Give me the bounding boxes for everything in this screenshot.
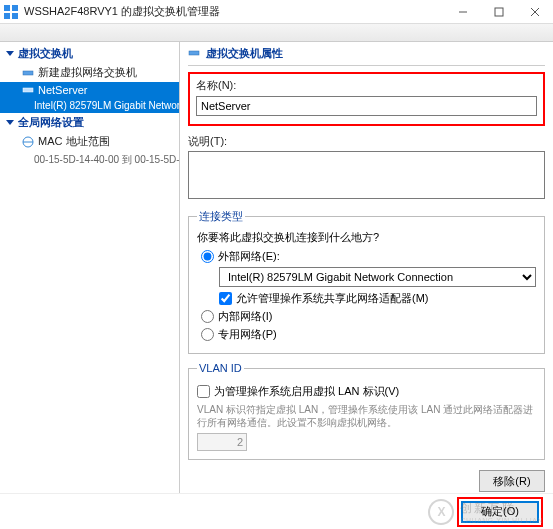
vlan-hint: VLAN 标识符指定虚拟 LAN，管理操作系统使用该 LAN 通过此网络适配器进… <box>197 403 536 429</box>
ok-button[interactable]: 确定(O) <box>461 501 539 523</box>
external-nic-select[interactable]: Intel(R) 82579LM Gigabit Network Connect… <box>219 267 536 287</box>
switch-icon <box>22 84 34 96</box>
switch-icon <box>22 67 34 79</box>
tree-item-netserver[interactable]: NetServer <box>0 82 179 98</box>
connection-type-legend: 连接类型 <box>197 209 245 224</box>
main-area: 虚拟交换机 新建虚拟网络交换机 NetServer Intel(R) 82579… <box>0 42 553 493</box>
radio-internal-label: 内部网络(I) <box>218 309 272 324</box>
minimize-button[interactable] <box>445 0 481 24</box>
section-virtual-switches[interactable]: 虚拟交换机 <box>0 44 179 63</box>
caret-icon <box>6 51 14 56</box>
section-global-settings[interactable]: 全局网络设置 <box>0 113 179 132</box>
name-highlight-box: 名称(N): <box>188 72 545 126</box>
titlebar: WSSHA2F48RVY1 的虚拟交换机管理器 <box>0 0 553 24</box>
close-button[interactable] <box>517 0 553 24</box>
maximize-button[interactable] <box>481 0 517 24</box>
svg-rect-1 <box>12 5 18 11</box>
description-group: 说明(T): <box>188 134 545 201</box>
left-tree: 虚拟交换机 新建虚拟网络交换机 NetServer Intel(R) 82579… <box>0 42 180 493</box>
radio-external-label: 外部网络(E): <box>218 249 280 264</box>
tree-item-sublabel: 00-15-5D-14-40-00 到 00-15-5D-1... <box>34 153 179 167</box>
window-title: WSSHA2F48RVY1 的虚拟交换机管理器 <box>24 4 445 19</box>
connection-question: 你要将此虚拟交换机连接到什么地方? <box>197 230 536 245</box>
allow-management-label: 允许管理操作系统共享此网络适配器(M) <box>236 291 429 306</box>
tree-item-new-switch[interactable]: 新建虚拟网络交换机 <box>0 63 179 82</box>
properties-header: 虚拟交换机属性 <box>188 46 545 65</box>
remove-button[interactable]: 移除(R) <box>479 470 545 492</box>
properties-pane: 虚拟交换机属性 名称(N): 说明(T): 连接类型 你要将此虚拟交换机连接到什… <box>180 42 553 493</box>
toolbar-strip <box>0 24 553 42</box>
name-label: 名称(N): <box>196 78 537 93</box>
caret-icon <box>6 120 14 125</box>
svg-rect-12 <box>189 51 199 55</box>
tree-item-mac-detail[interactable]: 00-15-5D-14-40-00 到 00-15-5D-1... <box>0 151 179 169</box>
vlan-group: VLAN ID 为管理操作系统启用虚拟 LAN 标识(V) VLAN 标识符指定… <box>188 362 545 460</box>
tree-item-label: MAC 地址范围 <box>38 134 110 149</box>
switch-icon <box>188 47 200 61</box>
network-icon <box>22 136 34 148</box>
external-settings: Intel(R) 82579LM Gigabit Network Connect… <box>219 267 536 306</box>
section-label: 全局网络设置 <box>18 115 84 130</box>
description-input[interactable] <box>188 151 545 199</box>
properties-title: 虚拟交换机属性 <box>206 46 283 61</box>
svg-rect-0 <box>4 5 10 11</box>
allow-management-row[interactable]: 允许管理操作系统共享此网络适配器(M) <box>219 291 536 306</box>
vlan-enable-checkbox[interactable] <box>197 385 210 398</box>
vlan-enable-label: 为管理操作系统启用虚拟 LAN 标识(V) <box>214 384 399 399</box>
radio-private-input[interactable] <box>201 328 214 341</box>
divider <box>188 65 545 66</box>
svg-rect-9 <box>23 88 33 92</box>
name-input[interactable] <box>196 96 537 116</box>
vlan-legend: VLAN ID <box>197 362 244 374</box>
radio-internal-input[interactable] <box>201 310 214 323</box>
tree-item-label: NetServer <box>38 84 88 96</box>
radio-external[interactable]: 外部网络(E): <box>201 249 536 264</box>
svg-rect-8 <box>23 71 33 75</box>
svg-rect-3 <box>12 13 18 19</box>
allow-management-checkbox[interactable] <box>219 292 232 305</box>
app-icon <box>4 5 18 19</box>
radio-external-input[interactable] <box>201 250 214 263</box>
tree-item-netserver-detail[interactable]: Intel(R) 82579LM Gigabit Network ... <box>0 98 179 113</box>
tree-item-mac-range[interactable]: MAC 地址范围 <box>0 132 179 151</box>
dialog-footer: 确定(O) <box>0 493 553 529</box>
ok-highlight-box: 确定(O) <box>457 497 543 527</box>
description-label: 说明(T): <box>188 134 227 149</box>
radio-private-label: 专用网络(P) <box>218 327 277 342</box>
vlan-id-input <box>197 433 247 451</box>
radio-internal[interactable]: 内部网络(I) <box>201 309 536 324</box>
svg-rect-5 <box>495 8 503 16</box>
tree-item-label: 新建虚拟网络交换机 <box>38 65 137 80</box>
radio-private[interactable]: 专用网络(P) <box>201 327 536 342</box>
remove-row: 移除(R) <box>188 470 545 492</box>
tree-item-sublabel: Intel(R) 82579LM Gigabit Network ... <box>34 100 179 111</box>
vlan-enable-row[interactable]: 为管理操作系统启用虚拟 LAN 标识(V) <box>197 384 536 399</box>
connection-type-group: 连接类型 你要将此虚拟交换机连接到什么地方? 外部网络(E): Intel(R)… <box>188 209 545 354</box>
svg-rect-2 <box>4 13 10 19</box>
section-label: 虚拟交换机 <box>18 46 73 61</box>
